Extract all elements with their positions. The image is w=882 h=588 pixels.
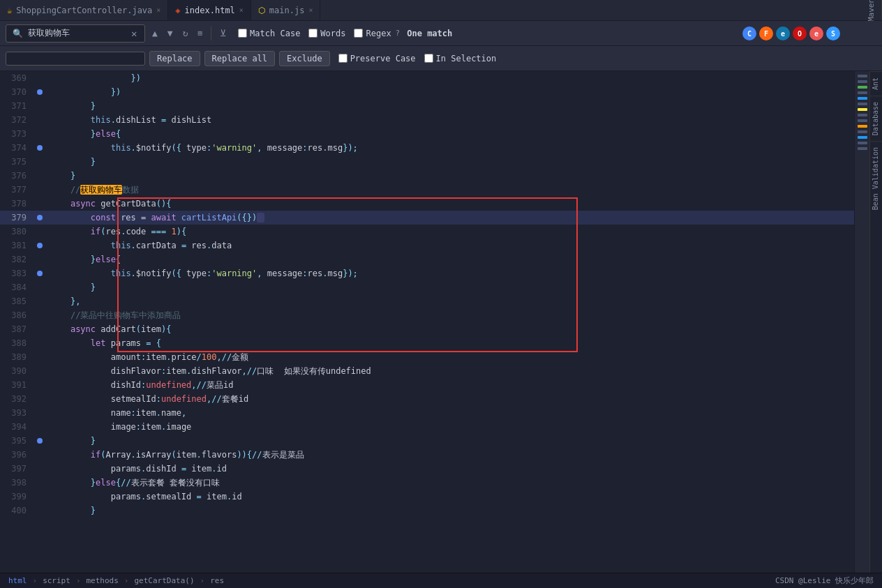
gutter <box>32 476 47 490</box>
code-line: this.$notify({ type:'warning', message:r… <box>47 141 854 155</box>
status-script[interactable]: script <box>43 576 70 585</box>
tab-html[interactable]: ◈ index.html × <box>168 0 251 20</box>
line-number: 385 <box>0 294 32 308</box>
search-input[interactable] <box>28 29 126 38</box>
minimap[interactable] <box>854 71 869 573</box>
gutter <box>32 490 47 504</box>
match-case-checkbox[interactable] <box>238 29 247 38</box>
status-sep1: › <box>33 576 38 585</box>
next-match-button[interactable]: ▼ <box>165 27 176 40</box>
code-line: }else{//表示套餐 套餐没有口味 <box>47 476 854 490</box>
in-selection-checkbox[interactable] <box>424 54 433 63</box>
html-icon: ◈ <box>175 6 180 15</box>
code-line: //获取购物车数据 <box>47 183 854 197</box>
tab-java-label: ShoppingCartController.java <box>16 6 152 15</box>
line-number: 388 <box>0 336 32 350</box>
status-res[interactable]: res <box>210 576 224 585</box>
gutter <box>32 392 47 406</box>
code-table: 369 })370 })371 }372 this.dishList = dis… <box>0 71 854 518</box>
database-panel[interactable]: Database <box>870 96 882 141</box>
words-option[interactable]: Words <box>308 29 345 38</box>
gutter <box>32 239 47 252</box>
firefox-icon[interactable]: F <box>759 27 773 40</box>
gutter <box>32 183 47 197</box>
replace-bar: Replace Replace all Exclude Preserve Cas… <box>0 46 882 71</box>
tab-html-label: index.html <box>185 6 235 15</box>
preserve-case-checkbox[interactable] <box>338 54 347 63</box>
words-checkbox[interactable] <box>308 29 317 38</box>
in-selection-label: In Selection <box>436 54 497 63</box>
gutter <box>32 504 47 518</box>
chrome-icon[interactable]: C <box>742 27 756 40</box>
tab-java[interactable]: ☕ ShoppingCartController.java × <box>0 0 168 20</box>
gutter <box>32 197 47 211</box>
tab-js-close[interactable]: × <box>308 6 313 14</box>
multiline-button[interactable]: ⊞ <box>195 27 205 39</box>
match-case-option[interactable]: Match Case <box>238 29 300 38</box>
tab-js[interactable]: ⬡ main.js × <box>251 0 321 20</box>
opera-icon[interactable]: O <box>793 27 807 40</box>
line-number: 396 <box>0 448 32 462</box>
regex-option[interactable]: Regex <box>354 29 391 38</box>
tab-java-close[interactable]: × <box>156 6 160 14</box>
bean-validation-panel[interactable]: Bean Validation <box>870 141 882 216</box>
gutter <box>32 406 47 420</box>
java-icon: ☕ <box>7 6 12 15</box>
exclude-button[interactable]: Exclude <box>279 51 330 66</box>
line-number: 374 <box>0 141 32 155</box>
edge-icon[interactable]: e <box>776 27 790 40</box>
code-line: dishId:undefined,//菜品id <box>47 378 854 392</box>
line-number: 397 <box>0 462 32 476</box>
gutter <box>32 462 47 476</box>
gutter <box>32 434 47 448</box>
tab-html-close[interactable]: × <box>239 6 244 14</box>
editor-wrapper[interactable]: 369 })370 })371 }372 this.dishList = dis… <box>0 71 854 573</box>
gutter <box>32 71 47 85</box>
in-selection-option[interactable]: In Selection <box>424 54 497 63</box>
minimap-stripe <box>858 142 867 144</box>
ie-icon[interactable]: e <box>809 27 823 40</box>
regex-checkbox[interactable] <box>354 29 363 38</box>
gutter <box>32 350 47 364</box>
gutter <box>32 211 47 225</box>
line-number: 381 <box>0 239 32 252</box>
replace-all-button[interactable]: Replace all <box>204 51 275 66</box>
code-line: setmealId:undefined,//套餐id <box>47 392 854 406</box>
maven-label: Maven <box>861 0 882 20</box>
clear-search-button[interactable]: ✕ <box>128 27 140 40</box>
code-line: const res = await cartListApi({}) <box>47 211 854 225</box>
line-number: 370 <box>0 85 32 99</box>
status-html[interactable]: html <box>8 576 27 585</box>
words-label: Words <box>320 29 345 38</box>
minimap-stripe <box>858 119 867 122</box>
status-getcartdata[interactable]: getCartData() <box>134 576 194 585</box>
prev-match-button[interactable]: ▲ <box>149 27 160 40</box>
line-number: 386 <box>0 308 32 322</box>
gutter <box>32 364 47 378</box>
minimap-stripe-yellow <box>858 108 867 111</box>
replace-button[interactable]: Replace <box>149 51 200 66</box>
line-number: 391 <box>0 378 32 392</box>
code-line: image:item.image <box>47 420 854 434</box>
regex-help-button[interactable]: ? <box>396 29 401 38</box>
line-number: 375 <box>0 155 32 169</box>
minimap-stripe <box>858 80 867 83</box>
minimap-stripe <box>858 114 867 116</box>
refresh-button[interactable]: ↻ <box>180 27 191 40</box>
line-number: 394 <box>0 420 32 434</box>
gutter <box>32 252 47 266</box>
replace-input[interactable] <box>10 54 136 63</box>
code-line: this.dishList = dishList <box>47 113 854 127</box>
safari-icon[interactable]: S <box>826 27 840 40</box>
code-line: } <box>47 434 854 448</box>
filter-button[interactable]: ⊻ <box>217 27 230 40</box>
ant-panel[interactable]: Ant <box>870 71 882 96</box>
status-methods[interactable]: methods <box>87 576 119 585</box>
gutter <box>32 294 47 308</box>
preserve-case-option[interactable]: Preserve Case <box>338 54 416 63</box>
code-line: }else{ <box>47 252 854 266</box>
code-line: name:item.name, <box>47 406 854 420</box>
js-icon: ⬡ <box>258 6 265 15</box>
minimap-stripe <box>858 75 867 77</box>
line-number: 395 <box>0 434 32 448</box>
